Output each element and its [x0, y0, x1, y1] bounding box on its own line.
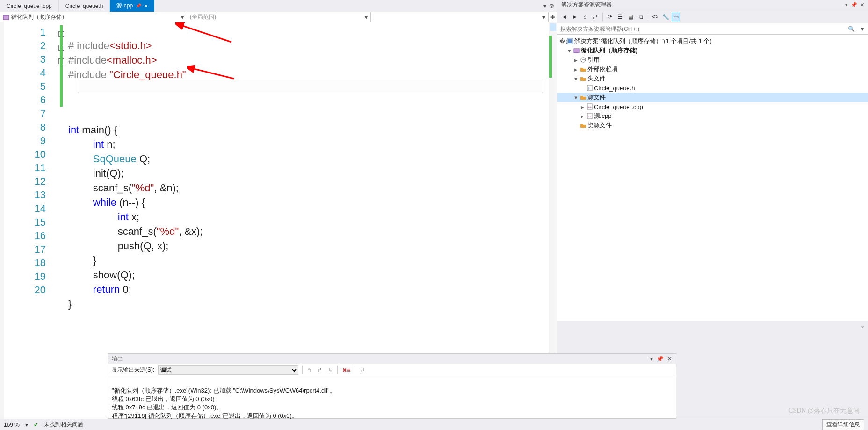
expand-toggle[interactable]: ▸ [579, 103, 586, 110]
sync-icon[interactable]: ⇄ [591, 13, 600, 21]
code-content[interactable]: # include<stdio.h> #include<malloc.h> #i… [68, 22, 549, 419]
expand-toggle[interactable]: ▾ [572, 75, 579, 82]
close-icon[interactable]: ✕ [144, 3, 148, 8]
solution-icon [566, 38, 574, 44]
scope-namespace-dropdown[interactable]: (全局范围) ▾ [187, 12, 371, 22]
pin-icon[interactable]: 📌 [136, 3, 141, 8]
cpp-file-icon: ++ [586, 113, 594, 119]
expand-toggle[interactable]: ▾ [566, 47, 572, 54]
tree-label: 外部依赖项 [587, 65, 618, 73]
expand-toggle[interactable]: ▸ [572, 66, 579, 73]
home-icon[interactable]: ⌂ [581, 13, 589, 21]
scope-project-dropdown[interactable]: 循化队列（顺序存储） ▾ [0, 12, 187, 22]
tree-label: 循化队列（顺序存储) [581, 46, 637, 55]
preview-icon[interactable]: ▭ [672, 13, 680, 21]
change-indicator [60, 25, 63, 93]
scope-namespace-label: (全局范围) [190, 13, 216, 21]
svg-text:++: ++ [588, 106, 592, 109]
project-icon [3, 14, 9, 21]
pin-icon[interactable]: 📌 [851, 2, 857, 8]
forward-icon[interactable]: ► [571, 13, 579, 21]
h-file-icon: h [586, 85, 594, 91]
back-icon[interactable]: ◄ [560, 13, 569, 21]
pin-icon[interactable]: 📌 [657, 356, 664, 362]
scope-project-label: 循化队列（顺序存储） [11, 13, 67, 21]
watermark: CSDN @落春只在无意间 [788, 407, 860, 415]
line-number-gutter: 1234567891011121314151617181920 [4, 22, 54, 419]
close-icon[interactable]: × [861, 324, 864, 330]
tree-label: 源.cpp [594, 112, 612, 120]
tab-circle-queue-h[interactable]: Circle_queue.h [59, 0, 110, 12]
tree-file-cpp[interactable]: ▸ ++ 源.cpp [557, 111, 868, 121]
chevron-down-icon[interactable]: ▾ [857, 26, 868, 32]
svg-rect-5 [574, 49, 579, 53]
tree-label: 解决方案"循化队列（顺序存储）"(1 个项目/共 1 个) [574, 37, 712, 45]
solution-explorer-search[interactable]: 🔍 ▾ [557, 23, 868, 35]
zoom-level[interactable]: 169 % [4, 422, 20, 428]
search-input[interactable] [560, 24, 846, 34]
collapse-icon[interactable]: ⧉ [637, 13, 645, 21]
code-editor[interactable]: 1234567891011121314151617181920 − − − # … [0, 22, 557, 419]
folder-icon [579, 122, 587, 129]
cpp-file-icon: ++ [586, 103, 594, 110]
tree-file-header[interactable]: h Circle_queue.h [557, 83, 868, 93]
view-details-button[interactable]: 查看详细信息 [822, 419, 864, 430]
tree-file-cpp[interactable]: ▸ ++ Circle_queue .cpp [557, 102, 868, 111]
folder-open-icon [579, 94, 587, 101]
scope-member-dropdown[interactable]: ▾ [371, 12, 549, 22]
filter-icon[interactable]: ☰ [616, 13, 624, 21]
expand-toggle[interactable]: ▸ [572, 57, 579, 64]
tab-label: Circle_queue.h [65, 3, 103, 9]
zoom-dropdown-icon[interactable]: ▾ [25, 422, 28, 428]
chevron-down-icon: ▾ [542, 14, 545, 21]
tabs-dropdown-icon[interactable]: ▾ [543, 3, 546, 9]
refresh-icon[interactable]: ⟳ [606, 13, 614, 21]
project-icon [572, 47, 581, 54]
panel-title: 解决方案资源管理器 [561, 1, 612, 9]
references-icon [579, 57, 587, 63]
ok-icon: ✔ [34, 422, 38, 428]
panel-menu-icon[interactable]: ▾ [650, 356, 653, 362]
solution-explorer-toolbar: ◄ ► ⌂ ⇄ ⟳ ☰ ▤ ⧉ <> 🔧 ▭ [557, 10, 868, 23]
search-icon[interactable]: 🔍 [846, 26, 857, 32]
tree-label: Circle_queue .cpp [594, 103, 643, 110]
chevron-down-icon: ▾ [365, 14, 368, 21]
tree-resources[interactable]: 资源文件 [557, 121, 868, 130]
tree-label: 头文件 [587, 74, 606, 83]
show-all-icon[interactable]: ▤ [626, 13, 635, 21]
gear-icon[interactable]: ⚙ [549, 3, 554, 9]
svg-text:++: ++ [588, 115, 592, 118]
tree-references[interactable]: ▸ 引用 [557, 55, 868, 65]
split-editor-icon[interactable]: ✚ [549, 12, 557, 22]
tab-label: 源.cpp [116, 2, 133, 10]
editor-tab-bar: Circle_queue .cpp Circle_queue.h 源.cpp 📌… [0, 0, 557, 12]
close-icon[interactable]: ✕ [667, 356, 672, 362]
solution-tree[interactable]: �ต 解决方案"循化队列（顺序存储）"(1 个项目/共 1 个) ▾ 循化队列（… [557, 35, 868, 321]
code-view-icon[interactable]: <> [651, 13, 659, 21]
change-indicator [60, 93, 63, 107]
tree-project[interactable]: ▾ 循化队列（顺序存储) [557, 46, 868, 55]
tab-label: Circle_queue .cpp [7, 3, 52, 9]
tab-circle-queue-cpp[interactable]: Circle_queue .cpp [0, 0, 59, 12]
tab-source-cpp[interactable]: 源.cpp 📌 ✕ [110, 0, 154, 12]
folder-open-icon [579, 75, 587, 82]
chevron-down-icon: ▾ [181, 14, 184, 21]
tree-solution[interactable]: �ต 解决方案"循化队列（顺序存储）"(1 个项目/共 1 个) [557, 36, 868, 46]
tree-external-deps[interactable]: ▸ 外部依赖项 [557, 65, 868, 74]
svg-text:h: h [588, 87, 590, 91]
wrench-icon[interactable]: 🔧 [661, 13, 670, 21]
expand-toggle[interactable]: ▸ [579, 113, 586, 120]
tree-label: 引用 [587, 56, 600, 64]
issues-label[interactable]: 未找到相关问题 [44, 421, 83, 429]
tree-headers[interactable]: ▾ 头文件 [557, 74, 868, 83]
folder-icon [579, 66, 587, 73]
expand-toggle[interactable]: �ต [559, 36, 566, 46]
panel-menu-icon[interactable]: ▾ [845, 2, 848, 8]
tree-label: 源文件 [587, 93, 606, 102]
expand-toggle[interactable]: ▾ [572, 94, 579, 101]
tree-label: Circle_queue.h [594, 85, 635, 92]
close-icon[interactable]: ✕ [860, 2, 864, 8]
solution-explorer-title-bar: 解决方案资源管理器 ▾ 📌 ✕ [557, 0, 868, 10]
tree-sources[interactable]: ▾ 源文件 [557, 93, 868, 102]
context-nav-bar: 循化队列（顺序存储） ▾ (全局范围) ▾ ▾ ✚ [0, 12, 557, 22]
